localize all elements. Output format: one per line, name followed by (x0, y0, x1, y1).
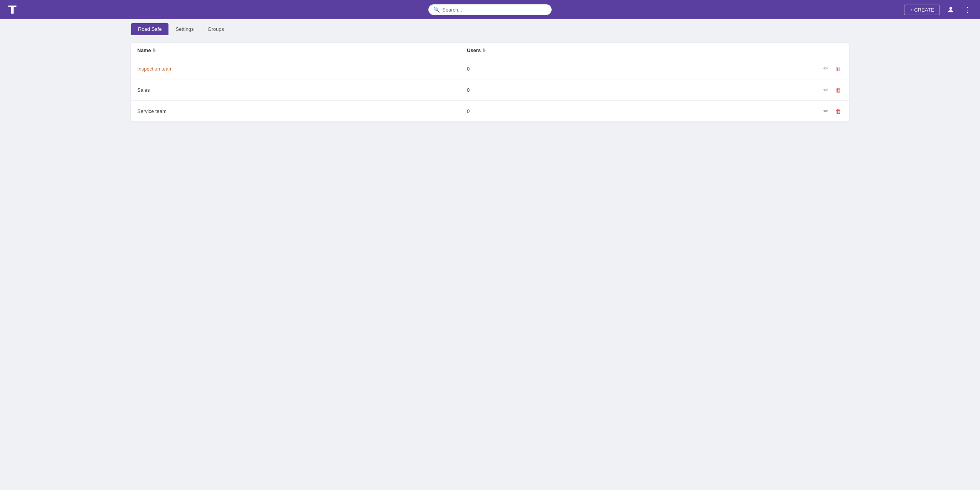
inspection-users-count: 0 (467, 66, 796, 72)
edit-icon: ✏ (823, 65, 828, 72)
app-logo[interactable] (6, 3, 19, 16)
search-container: 🔍 (428, 4, 552, 15)
table-row: Sales 0 ✏ 🗑 (131, 79, 849, 101)
delete-icon: 🗑 (835, 108, 841, 115)
table-header: Name ⇅ Users ⇅ (131, 43, 849, 58)
service-delete-button[interactable]: 🗑 (834, 106, 843, 116)
sales-edit-button[interactable]: ✏ (822, 85, 830, 95)
header-right: + CREATE ⋮ (904, 3, 974, 16)
edit-icon: ✏ (823, 86, 828, 93)
inspection-actions: ✏ 🗑 (796, 64, 843, 74)
service-team-name: Service team (137, 108, 167, 114)
sales-name: Sales (137, 87, 150, 93)
tab-groups[interactable]: Groups (200, 23, 231, 35)
edit-icon: ✏ (823, 108, 828, 115)
col-users-header[interactable]: Users ⇅ (467, 47, 796, 53)
delete-icon: 🗑 (835, 87, 841, 93)
user-account-button[interactable] (945, 3, 957, 16)
row-name-sales: Sales (137, 86, 467, 93)
users-sort-icon: ⇅ (482, 48, 486, 53)
main-content: Name ⇅ Users ⇅ Inspection team 0 ✏ 🗑 (0, 35, 980, 129)
tab-road-safe[interactable]: Road Safe (131, 23, 168, 35)
row-name-inspection: Inspection team (137, 65, 467, 72)
inspection-edit-button[interactable]: ✏ (822, 64, 830, 74)
tab-settings[interactable]: Settings (168, 23, 200, 35)
create-button[interactable]: + CREATE (904, 5, 940, 15)
delete-icon: 🗑 (835, 66, 841, 72)
inspection-team-link[interactable]: Inspection team (137, 66, 173, 72)
service-users-count: 0 (467, 108, 796, 114)
nav-tabs: Road Safe Settings Groups (0, 19, 980, 35)
sales-delete-button[interactable]: 🗑 (834, 85, 843, 95)
name-sort-icon: ⇅ (152, 48, 156, 53)
sales-users-count: 0 (467, 87, 796, 93)
svg-point-0 (950, 7, 952, 10)
table-row: Service team 0 ✏ 🗑 (131, 101, 849, 121)
more-options-button[interactable]: ⋮ (961, 3, 974, 16)
groups-table: Name ⇅ Users ⇅ Inspection team 0 ✏ 🗑 (131, 43, 849, 121)
service-actions: ✏ 🗑 (796, 106, 843, 116)
search-icon: 🔍 (433, 7, 440, 13)
table-row: Inspection team 0 ✏ 🗑 (131, 58, 849, 79)
col-name-header[interactable]: Name ⇅ (137, 47, 467, 53)
inspection-delete-button[interactable]: 🗑 (834, 64, 843, 74)
app-header: 🔍 + CREATE ⋮ (0, 0, 980, 19)
search-input[interactable] (442, 7, 547, 13)
sales-actions: ✏ 🗑 (796, 85, 843, 95)
row-name-service: Service team (137, 108, 467, 115)
service-edit-button[interactable]: ✏ (822, 106, 830, 116)
